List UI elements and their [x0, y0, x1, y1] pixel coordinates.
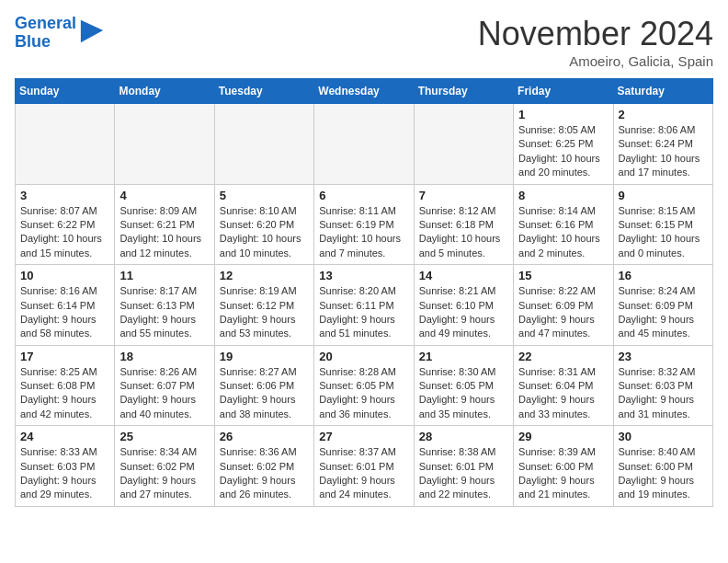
day-number: 24	[20, 430, 109, 443]
calendar-cell: 15Sunrise: 8:22 AM Sunset: 6:09 PM Dayli…	[514, 265, 613, 346]
day-number: 1	[518, 108, 608, 121]
weekday-header: Saturday	[613, 79, 712, 104]
month-title: November 2024	[478, 15, 713, 53]
calendar-cell: 19Sunrise: 8:27 AM Sunset: 6:06 PM Dayli…	[214, 345, 313, 426]
day-number: 17	[20, 350, 109, 363]
calendar-week: 10Sunrise: 8:16 AM Sunset: 6:14 PM Dayli…	[16, 265, 713, 346]
svg-marker-0	[81, 20, 103, 42]
calendar-week: 24Sunrise: 8:33 AM Sunset: 6:03 PM Dayli…	[16, 426, 713, 507]
calendar-cell: 29Sunrise: 8:39 AM Sunset: 6:00 PM Dayli…	[514, 426, 613, 507]
day-info: Sunrise: 8:40 AM Sunset: 6:00 PM Dayligh…	[619, 445, 708, 502]
weekday-header: Sunday	[16, 79, 115, 104]
calendar-cell: 7Sunrise: 8:12 AM Sunset: 6:18 PM Daylig…	[414, 184, 513, 265]
day-number: 19	[220, 350, 309, 363]
day-number: 9	[619, 189, 708, 202]
day-number: 15	[518, 269, 608, 282]
day-number: 3	[20, 189, 109, 202]
weekday-header: Monday	[115, 79, 214, 104]
calendar-cell: 5Sunrise: 8:10 AM Sunset: 6:20 PM Daylig…	[214, 184, 313, 265]
calendar-cell: 25Sunrise: 8:34 AM Sunset: 6:02 PM Dayli…	[115, 426, 214, 507]
day-info: Sunrise: 8:21 AM Sunset: 6:10 PM Dayligh…	[419, 284, 508, 341]
day-info: Sunrise: 8:14 AM Sunset: 6:16 PM Dayligh…	[518, 204, 608, 261]
day-info: Sunrise: 8:24 AM Sunset: 6:09 PM Dayligh…	[619, 284, 708, 341]
calendar-cell: 20Sunrise: 8:28 AM Sunset: 6:05 PM Dayli…	[314, 345, 414, 426]
calendar-cell: 1Sunrise: 8:05 AM Sunset: 6:25 PM Daylig…	[514, 104, 613, 185]
calendar-cell: 11Sunrise: 8:17 AM Sunset: 6:13 PM Dayli…	[115, 265, 214, 346]
calendar-cell	[314, 104, 414, 185]
calendar-cell: 26Sunrise: 8:36 AM Sunset: 6:02 PM Dayli…	[214, 426, 313, 507]
calendar-cell: 9Sunrise: 8:15 AM Sunset: 6:15 PM Daylig…	[613, 184, 712, 265]
calendar-cell	[115, 104, 214, 185]
day-info: Sunrise: 8:12 AM Sunset: 6:18 PM Dayligh…	[419, 204, 508, 261]
day-info: Sunrise: 8:10 AM Sunset: 6:20 PM Dayligh…	[220, 204, 309, 261]
calendar-cell	[414, 104, 513, 185]
calendar-cell: 3Sunrise: 8:07 AM Sunset: 6:22 PM Daylig…	[16, 184, 115, 265]
day-number: 6	[319, 189, 408, 202]
logo-text: General Blue	[15, 15, 76, 52]
calendar-cell: 12Sunrise: 8:19 AM Sunset: 6:12 PM Dayli…	[214, 265, 313, 346]
calendar-cell: 4Sunrise: 8:09 AM Sunset: 6:21 PM Daylig…	[115, 184, 214, 265]
day-info: Sunrise: 8:20 AM Sunset: 6:11 PM Dayligh…	[319, 284, 408, 341]
day-number: 26	[220, 430, 309, 443]
weekday-header: Thursday	[414, 79, 513, 104]
calendar-header: SundayMondayTuesdayWednesdayThursdayFrid…	[16, 79, 713, 104]
location: Amoeiro, Galicia, Spain	[478, 53, 713, 69]
day-number: 14	[419, 269, 508, 282]
title-block: November 2024 Amoeiro, Galicia, Spain	[478, 15, 713, 69]
day-info: Sunrise: 8:25 AM Sunset: 6:08 PM Dayligh…	[20, 365, 109, 422]
day-info: Sunrise: 8:38 AM Sunset: 6:01 PM Dayligh…	[419, 445, 508, 502]
day-number: 27	[319, 430, 408, 443]
day-number: 22	[518, 350, 608, 363]
calendar-cell: 21Sunrise: 8:30 AM Sunset: 6:05 PM Dayli…	[414, 345, 513, 426]
day-number: 8	[518, 189, 608, 202]
logo-icon	[79, 18, 105, 44]
calendar-week: 3Sunrise: 8:07 AM Sunset: 6:22 PM Daylig…	[16, 184, 713, 265]
day-number: 12	[220, 269, 309, 282]
day-number: 4	[119, 189, 209, 202]
day-number: 28	[419, 430, 508, 443]
day-number: 2	[619, 108, 708, 121]
calendar-cell: 6Sunrise: 8:11 AM Sunset: 6:19 PM Daylig…	[314, 184, 414, 265]
calendar-week: 1Sunrise: 8:05 AM Sunset: 6:25 PM Daylig…	[16, 104, 713, 185]
day-info: Sunrise: 8:05 AM Sunset: 6:25 PM Dayligh…	[518, 123, 608, 180]
day-number: 20	[319, 350, 408, 363]
calendar-cell: 18Sunrise: 8:26 AM Sunset: 6:07 PM Dayli…	[115, 345, 214, 426]
day-info: Sunrise: 8:34 AM Sunset: 6:02 PM Dayligh…	[119, 445, 209, 502]
calendar-cell: 30Sunrise: 8:40 AM Sunset: 6:00 PM Dayli…	[613, 426, 712, 507]
calendar-cell: 23Sunrise: 8:32 AM Sunset: 6:03 PM Dayli…	[613, 345, 712, 426]
calendar-cell	[16, 104, 115, 185]
day-info: Sunrise: 8:06 AM Sunset: 6:24 PM Dayligh…	[619, 123, 708, 180]
day-info: Sunrise: 8:16 AM Sunset: 6:14 PM Dayligh…	[20, 284, 109, 341]
day-info: Sunrise: 8:15 AM Sunset: 6:15 PM Dayligh…	[619, 204, 708, 261]
day-info: Sunrise: 8:26 AM Sunset: 6:07 PM Dayligh…	[119, 365, 209, 422]
day-info: Sunrise: 8:19 AM Sunset: 6:12 PM Dayligh…	[220, 284, 309, 341]
day-number: 18	[119, 350, 209, 363]
day-number: 5	[220, 189, 309, 202]
calendar-cell: 22Sunrise: 8:31 AM Sunset: 6:04 PM Dayli…	[514, 345, 613, 426]
day-number: 25	[119, 430, 209, 443]
calendar-cell: 16Sunrise: 8:24 AM Sunset: 6:09 PM Dayli…	[613, 265, 712, 346]
day-number: 16	[619, 269, 708, 282]
calendar-cell: 14Sunrise: 8:21 AM Sunset: 6:10 PM Dayli…	[414, 265, 513, 346]
day-info: Sunrise: 8:28 AM Sunset: 6:05 PM Dayligh…	[319, 365, 408, 422]
calendar-cell: 13Sunrise: 8:20 AM Sunset: 6:11 PM Dayli…	[314, 265, 414, 346]
day-number: 30	[619, 430, 708, 443]
calendar: SundayMondayTuesdayWednesdayThursdayFrid…	[15, 78, 713, 507]
calendar-cell: 27Sunrise: 8:37 AM Sunset: 6:01 PM Dayli…	[314, 426, 414, 507]
day-info: Sunrise: 8:22 AM Sunset: 6:09 PM Dayligh…	[518, 284, 608, 341]
calendar-cell: 2Sunrise: 8:06 AM Sunset: 6:24 PM Daylig…	[613, 104, 712, 185]
day-info: Sunrise: 8:27 AM Sunset: 6:06 PM Dayligh…	[220, 365, 309, 422]
calendar-cell: 28Sunrise: 8:38 AM Sunset: 6:01 PM Dayli…	[414, 426, 513, 507]
day-info: Sunrise: 8:39 AM Sunset: 6:00 PM Dayligh…	[518, 445, 608, 502]
day-info: Sunrise: 8:11 AM Sunset: 6:19 PM Dayligh…	[319, 204, 408, 261]
logo: General Blue	[15, 15, 105, 52]
day-number: 23	[619, 350, 708, 363]
day-number: 29	[518, 430, 608, 443]
weekday-header: Wednesday	[314, 79, 414, 104]
day-info: Sunrise: 8:17 AM Sunset: 6:13 PM Dayligh…	[119, 284, 209, 341]
calendar-cell	[214, 104, 313, 185]
day-number: 13	[319, 269, 408, 282]
calendar-week: 17Sunrise: 8:25 AM Sunset: 6:08 PM Dayli…	[16, 345, 713, 426]
calendar-cell: 17Sunrise: 8:25 AM Sunset: 6:08 PM Dayli…	[16, 345, 115, 426]
calendar-cell: 8Sunrise: 8:14 AM Sunset: 6:16 PM Daylig…	[514, 184, 613, 265]
